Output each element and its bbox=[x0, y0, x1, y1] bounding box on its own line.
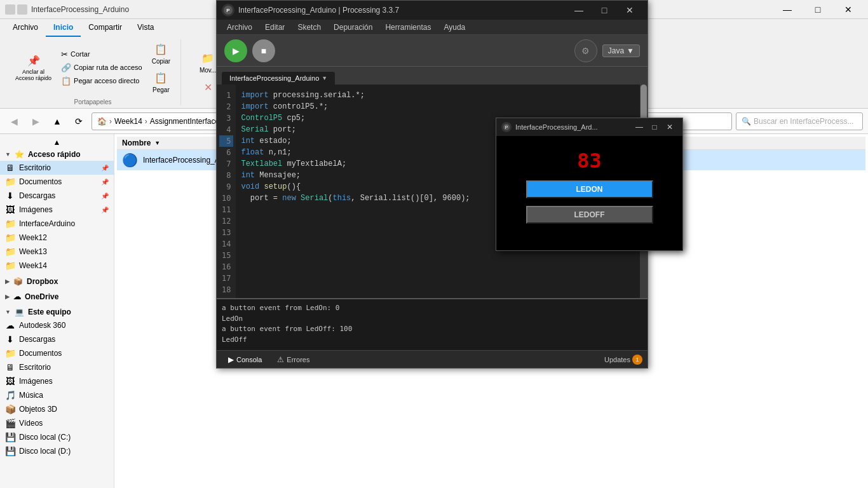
proc-maximize-button[interactable]: □ bbox=[592, 1, 617, 20]
maximize-button[interactable]: □ bbox=[803, 0, 832, 19]
sketch-restore-button[interactable]: □ bbox=[647, 119, 662, 135]
console-tab-label: Consola bbox=[236, 356, 262, 363]
sidebar-scroll-up[interactable]: ▲ bbox=[0, 137, 114, 148]
sidebar-item-videos[interactable]: 🎬 Vídeos bbox=[0, 416, 114, 430]
ln-17: 17 bbox=[219, 273, 233, 284]
copy-button[interactable]: 📋 Copiar bbox=[148, 39, 174, 67]
proc-tab-main[interactable]: InterfaceProcessing_Arduino ▼ bbox=[222, 72, 335, 85]
updates-area[interactable]: Updates 1 bbox=[604, 355, 642, 365]
musica-label: Música bbox=[19, 391, 43, 400]
imagenes-label: Imágenes bbox=[19, 205, 53, 214]
menu-editar[interactable]: Editar bbox=[260, 21, 290, 34]
sidebar-item-week12[interactable]: 📁 Week12 bbox=[0, 231, 114, 245]
objetos3d-label: Objetos 3D bbox=[19, 405, 57, 414]
proc-minimize-button[interactable]: — bbox=[566, 1, 592, 20]
objetos3d-icon: 📦 bbox=[5, 404, 15, 414]
sketch-content: 83 LEDON LEDOFF bbox=[496, 136, 682, 250]
sidebar-item-objetos3d[interactable]: 📦 Objetos 3D bbox=[0, 402, 114, 416]
sidebar-item-escritorio[interactable]: 🖥 Escritorio 📌 bbox=[0, 161, 114, 175]
videos-icon: 🎬 bbox=[5, 418, 15, 428]
sidebar-item-autodesk[interactable]: ☁ Autodesk 360 bbox=[0, 318, 114, 332]
search-box[interactable]: 🔍 Buscar en InterfaceProcess... bbox=[736, 112, 863, 130]
sketch-minimize-button[interactable]: — bbox=[632, 119, 647, 135]
forward-button[interactable]: ▶ bbox=[27, 112, 44, 130]
menu-archivo[interactable]: Archivo bbox=[222, 21, 257, 34]
console-tab-consola[interactable]: ▶ Consola bbox=[222, 353, 268, 366]
explorer-title: InterfaceProcessing_Arduino bbox=[31, 5, 129, 14]
quick-access-header[interactable]: ▼ ⭐ Acceso rápido bbox=[0, 148, 114, 161]
sidebar-item-documentos[interactable]: 📁 Documentos 📌 bbox=[0, 175, 114, 189]
language-button[interactable]: Java ▼ bbox=[602, 44, 640, 57]
sidebar-item-imagenes2[interactable]: 🖼 Imágenes bbox=[0, 374, 114, 388]
sidebar-item-musica[interactable]: 🎵 Música bbox=[0, 388, 114, 402]
ln-3: 3 bbox=[219, 112, 233, 124]
copy-path-label: Copiar ruta de acceso bbox=[74, 64, 142, 71]
este-equipo-label: Este equipo bbox=[28, 308, 71, 316]
pin-button[interactable]: 📌 Anclar alAcceso rápido bbox=[11, 51, 55, 84]
run-button[interactable]: ▶ bbox=[224, 39, 247, 62]
sketch-logo-inner: P bbox=[503, 124, 510, 130]
menu-sketch[interactable]: Sketch bbox=[292, 21, 326, 34]
documentos-label: Documentos bbox=[19, 177, 62, 186]
paste-shortcut-button[interactable]: 📋 Pegar acceso directo bbox=[58, 75, 146, 87]
refresh-button[interactable]: ⟳ bbox=[70, 112, 88, 130]
proc-close-button[interactable]: ✕ bbox=[617, 1, 642, 20]
title-bar-controls: — □ ✕ bbox=[773, 0, 863, 19]
proc-tab-dropdown[interactable]: ▼ bbox=[322, 75, 327, 81]
led-on-button[interactable]: LEDON bbox=[526, 180, 653, 198]
paste-button[interactable]: 📋 Pegar bbox=[149, 68, 173, 95]
console-tab-errores[interactable]: ⚠ Errores bbox=[271, 353, 316, 366]
sidebar-item-descargas[interactable]: ⬇ Descargas 📌 bbox=[0, 189, 114, 203]
dropbox-header[interactable]: ▶ 📦 Dropbox bbox=[0, 275, 114, 288]
imagenes-icon: 🖼 bbox=[5, 205, 15, 215]
week12-label: Week12 bbox=[19, 233, 47, 242]
move-icon: 📁 bbox=[200, 50, 215, 65]
ribbon-tab-vista[interactable]: Vista bbox=[130, 19, 161, 37]
ribbon-tab-archivo[interactable]: Archivo bbox=[5, 19, 46, 37]
cut-button[interactable]: ✂ Cortar bbox=[58, 48, 146, 60]
escritorio2-icon: 🖥 bbox=[5, 362, 15, 372]
descargas-label: Descargas bbox=[19, 191, 55, 200]
sketch-title-left: P InterfaceProcessing_Ard... bbox=[501, 122, 598, 132]
autodesk-icon: ☁ bbox=[5, 320, 15, 330]
code-line-2: import controlP5.*; bbox=[236, 101, 640, 112]
sketch-close-button[interactable]: ✕ bbox=[662, 119, 677, 135]
sidebar-section-quick-access: ▼ ⭐ Acceso rápido 🖥 Escritorio 📌 📁 Docum… bbox=[0, 148, 114, 273]
descargas2-label: Descargas bbox=[19, 335, 55, 344]
sidebar-item-disco-d[interactable]: 💾 Disco local (D:) bbox=[0, 444, 114, 458]
sidebar-item-week13[interactable]: 📁 Week13 bbox=[0, 245, 114, 259]
back-button[interactable]: ◀ bbox=[5, 112, 23, 130]
sidebar-item-documentos2[interactable]: 📁 Documentos bbox=[0, 346, 114, 360]
sidebar-item-escritorio2[interactable]: 🖥 Escritorio bbox=[0, 360, 114, 374]
processing-logo-text: P bbox=[226, 8, 229, 13]
ln-1: 1 bbox=[219, 90, 233, 101]
ribbon-tab-inicio[interactable]: Inicio bbox=[46, 19, 81, 37]
sketch-icon-button[interactable]: ⚙ bbox=[574, 39, 597, 62]
sidebar-item-descargas2[interactable]: ⬇ Descargas bbox=[0, 332, 114, 346]
sidebar-item-interface-arduino[interactable]: 📁 InterfaceArduino bbox=[0, 217, 114, 231]
console-icon: ▶ bbox=[228, 355, 234, 364]
disco-c-label: Disco local (C:) bbox=[19, 433, 71, 442]
title-bar-icons bbox=[5, 4, 27, 15]
menu-ayuda[interactable]: Ayuda bbox=[438, 21, 470, 34]
minimize-button[interactable]: — bbox=[773, 0, 802, 19]
sidebar-item-week14[interactable]: 📁 Week14 bbox=[0, 259, 114, 273]
sidebar-item-imagenes[interactable]: 🖼 Imágenes 📌 bbox=[0, 203, 114, 217]
week14-label: Week14 bbox=[19, 261, 47, 270]
este-equipo-icon: 💻 bbox=[15, 308, 24, 316]
este-equipo-header[interactable]: ▼ 💻 Este equipo bbox=[0, 306, 114, 318]
ribbon-tab-compartir[interactable]: Compartir bbox=[81, 19, 130, 37]
musica-icon: 🎵 bbox=[5, 390, 15, 400]
escritorio-icon: 🖥 bbox=[5, 163, 15, 173]
stop-button[interactable]: ■ bbox=[252, 39, 275, 62]
close-button[interactable]: ✕ bbox=[834, 0, 863, 19]
imagenes2-label: Imágenes bbox=[19, 377, 53, 386]
onedrive-header[interactable]: ▶ ☁ OneDrive bbox=[0, 290, 114, 303]
sidebar-item-disco-c[interactable]: 💾 Disco local (C:) bbox=[0, 430, 114, 444]
menu-herramientas[interactable]: Herramientas bbox=[380, 21, 436, 34]
led-off-button[interactable]: LEDOFF bbox=[526, 206, 653, 224]
copy-path-button[interactable]: 🔗 Copiar ruta de acceso bbox=[58, 62, 146, 74]
up-button[interactable]: ▲ bbox=[48, 112, 66, 130]
ln-2: 2 bbox=[219, 101, 233, 112]
menu-depuracion[interactable]: Depuración bbox=[329, 21, 377, 34]
